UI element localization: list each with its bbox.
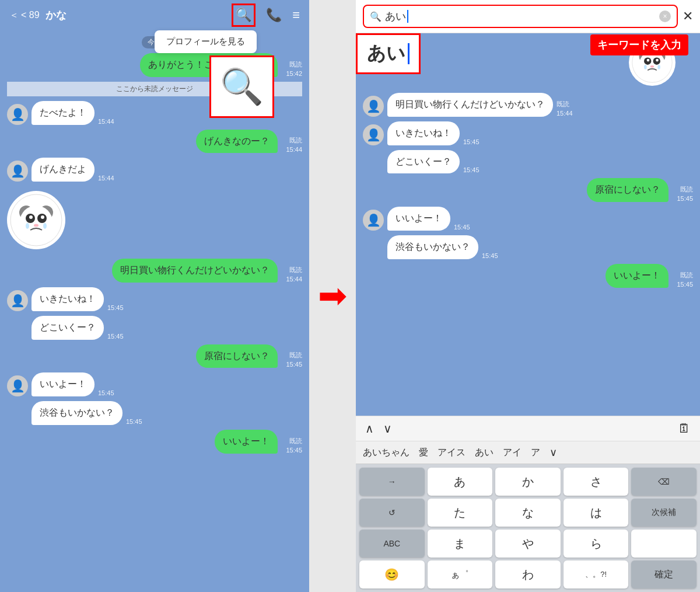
key-confirm[interactable]: 確定	[631, 560, 696, 588]
search-clear-button[interactable]: ×	[659, 11, 671, 22]
svg-point-20	[644, 65, 647, 69]
message-bubble: 原宿にしない？	[587, 178, 668, 202]
phone-icon: 📞	[266, 8, 282, 22]
suggestion-item[interactable]: アイ	[503, 447, 522, 459]
key-arrow[interactable]: →	[359, 468, 425, 496]
key-dakuten[interactable]: ぁ゜	[428, 560, 493, 588]
keyboard-row-2: ↺ た な は 次候補	[359, 499, 696, 527]
search-input[interactable]: あい	[385, 9, 656, 23]
message-meta: 既読 15:44	[556, 100, 578, 117]
search-close-button[interactable]: ✕	[682, 9, 693, 24]
avatar: 👤	[7, 161, 28, 182]
message-time: 15:44	[286, 146, 302, 153]
arrow-icon: ➡	[318, 278, 347, 314]
nav-bar: ∧ ∨ 🗓	[356, 416, 700, 441]
key-next-candidate[interactable]: 次候補	[631, 499, 696, 527]
message-bubble: いきたいね！	[387, 121, 460, 145]
message-time: 15:44	[98, 118, 119, 125]
message-bubble: いいよー！	[215, 430, 278, 454]
svg-point-17	[647, 59, 650, 62]
chat-search-area: あい	[356, 33, 700, 416]
message-bubble: 明日買い物行くんだけどいかない？	[387, 93, 553, 117]
svg-point-8	[34, 224, 38, 227]
key-ra[interactable]: ら	[564, 530, 629, 558]
profile-tooltip[interactable]: プロフィールを見る	[155, 30, 257, 53]
message-meta: 既読 15:44	[281, 136, 302, 153]
key-ta[interactable]: た	[428, 499, 493, 527]
read-status: 既読	[289, 437, 302, 445]
key-undo[interactable]: ↺	[359, 499, 425, 527]
suggestion-item[interactable]: あい	[475, 447, 494, 459]
key-ka[interactable]: か	[495, 468, 561, 496]
message-bubble: 明日買い物行くんだけどいかない？	[112, 259, 278, 283]
suggestion-item[interactable]: ア	[531, 447, 540, 459]
message-time: 15:44	[98, 175, 119, 182]
key-ya[interactable]: や	[495, 530, 561, 558]
back-button[interactable]: ＜ < 89	[9, 9, 40, 22]
key-na[interactable]: な	[495, 499, 561, 527]
avatar: 👤	[363, 96, 384, 117]
key-wa[interactable]: わ	[495, 560, 561, 588]
sticker-message	[7, 186, 302, 254]
message-bubble: いいよー！	[606, 264, 668, 288]
svg-point-9	[26, 223, 29, 229]
avatar: 👤	[7, 375, 28, 396]
search-icon-button[interactable]: 🔍	[232, 4, 256, 27]
message-bubble: いきたいね！	[32, 287, 104, 311]
message-row: どこいくー？ 15:45	[363, 150, 693, 174]
read-status: 既読	[680, 185, 693, 194]
nav-down-button[interactable]: ∨	[383, 422, 392, 436]
message-row: 👤 げんきだよ 15:44	[7, 158, 302, 182]
key-ha[interactable]: は	[564, 499, 629, 527]
message-bubble: げんきだよ	[32, 158, 94, 182]
suggestion-item[interactable]: 愛	[419, 447, 428, 459]
nav-arrows: ∧ ∨	[365, 422, 392, 436]
read-status: 既読	[289, 351, 302, 360]
message-time: 15:45	[286, 361, 302, 368]
message-bubble: どこいくー？	[32, 316, 104, 340]
nav-up-button[interactable]: ∧	[365, 422, 374, 436]
phone-icon-button[interactable]: 📞	[266, 8, 282, 23]
suggestions-more-button[interactable]: ∨	[550, 446, 557, 459]
search-input-wrapper[interactable]: 🔍 あい ×	[363, 5, 678, 28]
key-sa[interactable]: さ	[564, 468, 629, 496]
key-backspace[interactable]: ⌫	[631, 468, 696, 496]
keyboard-row-4: 😊 ぁ゜ わ 、。?! 確定	[359, 560, 696, 588]
message-row: 既読 15:45 いいよー！	[7, 430, 302, 454]
message-time: 15:45	[286, 447, 302, 454]
key-emoji[interactable]: 😊	[359, 560, 425, 588]
suggestions-bar: あいちゃん 愛 アイス あい アイ ア ∨	[356, 441, 700, 464]
message-row: 既読 15:45 いいよー！	[363, 264, 693, 288]
key-ma[interactable]: ま	[428, 530, 493, 558]
key-a[interactable]: あ	[428, 468, 493, 496]
suggestion-item[interactable]: アイス	[438, 447, 466, 459]
svg-point-7	[41, 215, 44, 219]
keyboard-row-3: ABC ま や ら	[359, 530, 696, 558]
key-abc[interactable]: ABC	[359, 530, 425, 558]
chat-header: ＜ < 89 かな 🔍 📞 ≡	[0, 0, 309, 30]
message-row: 既読 15:45 原宿にしない？	[7, 344, 302, 368]
suggestion-item[interactable]: あいちゃん	[363, 447, 410, 459]
message-bubble: 原宿にしない？	[196, 344, 278, 368]
menu-icon-button[interactable]: ≡	[292, 8, 300, 23]
message-row: 既読 15:44 明日買い物行くんだけどいかない？	[7, 259, 302, 283]
read-status: 既読	[289, 60, 302, 69]
message-bubble: どこいくー？	[387, 150, 460, 174]
avatar: 👤	[363, 210, 384, 231]
message-meta: 既読 15:45	[672, 271, 693, 288]
message-row: 既読 15:44 げんきなのー？	[7, 130, 302, 154]
key-empty[interactable]	[631, 530, 696, 558]
read-status: 既読	[289, 266, 302, 274]
message-meta: 既読 15:45	[281, 437, 302, 454]
big-search-overlay: 🔍	[209, 55, 274, 118]
key-punctuation[interactable]: 、。?!	[564, 560, 629, 588]
svg-point-3	[20, 206, 52, 238]
svg-point-19	[650, 65, 654, 68]
svg-point-21	[657, 65, 660, 69]
calendar-icon[interactable]: 🗓	[678, 421, 691, 436]
arrow-container: ➡	[309, 0, 356, 592]
chat-title: かな	[46, 8, 226, 22]
right-panel: 🔍 あい × ✕ キーワードを入力 あい	[356, 0, 700, 592]
message-row: どこいくー？ 15:45	[7, 316, 302, 340]
message-time: 15:44	[286, 276, 302, 283]
